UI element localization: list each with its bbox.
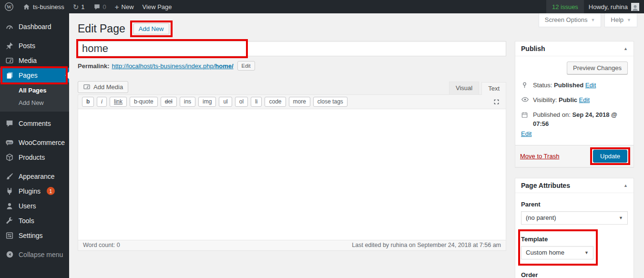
new-menu[interactable]: + New [111,0,138,13]
sidebar-item-products[interactable]: Products [0,150,69,165]
issues-indicator[interactable]: 12 issues [546,0,584,13]
quicktag-code-button[interactable]: code [265,97,286,107]
sidebar-item-tools[interactable]: Tools [0,213,69,228]
publish-panel-header[interactable]: Publish ▲ [515,41,634,56]
sidebar-item-label: Collapse menu [19,251,63,258]
quicktag-italic-button[interactable]: i [97,97,107,107]
preview-changes-button[interactable]: Preview Changes [567,62,628,74]
edit-visibility-link[interactable]: Edit [579,96,590,103]
submenu-item-label: All Pages [19,87,47,94]
sidebar-item-woocommerce[interactable]: Woo WooCommerce [0,135,69,150]
screen-meta-links: Screen Options ▼ Help ▼ [539,13,637,27]
editor-textarea[interactable] [78,109,506,240]
new-label: New [122,3,134,10]
comments-count: 0 [103,3,106,10]
site-name-menu[interactable]: ts-business [18,0,69,13]
parent-select[interactable]: (no parent) ▼ [521,211,628,225]
collapse-menu-button[interactable]: Collapse menu [0,247,69,262]
help-tab[interactable]: Help ▼ [604,13,637,27]
dashboard-icon [5,22,14,31]
cube-icon [5,153,14,162]
quicktag-ul-button[interactable]: ul [219,97,232,107]
sidebar-item-label: Dashboard [19,23,51,31]
sidebar-item-label: Posts [19,42,35,50]
add-media-button[interactable]: Add Media [78,81,128,93]
sidebar-item-comments[interactable]: Comments [0,116,69,131]
wrench-icon [5,216,14,225]
quicktag-li-button[interactable]: li [251,97,262,107]
comments-menu[interactable]: 0 [89,0,111,13]
sidebar-item-posts[interactable]: Posts [0,38,69,53]
page-title: Edit Page [78,22,125,36]
collapse-triangle-icon[interactable]: ▲ [624,46,628,51]
permalink-link[interactable]: http://localhost/ts-business/index.php/h… [112,62,233,70]
edit-status-link[interactable]: Edit [585,82,596,89]
edit-published-link[interactable]: Edit [521,130,532,137]
help-label: Help [611,16,624,23]
visibility-label: Visibility: [533,96,557,103]
edit-permalink-button[interactable]: Edit [237,61,255,71]
quicktag-del-button[interactable]: del [161,97,177,107]
wordpress-logo-menu[interactable]: W [0,0,18,13]
media-icon [5,56,14,65]
submenu-item-all-pages[interactable]: All Pages [0,84,69,96]
paintbrush-icon [5,172,14,181]
editor-mode-tabs: Visual Text [449,82,506,94]
quicktag-ol-button[interactable]: ol [235,97,248,107]
publish-title: Publish [521,45,545,52]
permalink-label: Permalink: [78,62,109,70]
sidebar-item-media[interactable]: Media [0,53,69,68]
issues-label: 12 issues [552,3,578,10]
view-page-menu[interactable]: View Page [138,0,176,13]
status-pin-icon [521,82,529,89]
svg-text:Woo: Woo [7,141,12,144]
sidebar-item-label: Media [19,57,37,64]
sidebar-item-settings[interactable]: Settings [0,228,69,243]
home-icon [22,3,31,11]
page-attributes-header[interactable]: Page Attributes ▲ [515,178,634,193]
media-icon [83,83,91,91]
submenu-item-add-new[interactable]: Add New [0,96,69,109]
chevron-down-icon: ▼ [591,18,595,22]
page-title-input[interactable] [78,41,506,56]
site-name-label: ts-business [33,3,64,10]
screen-options-tab[interactable]: Screen Options ▼ [539,13,602,27]
tab-visual[interactable]: Visual [449,82,479,94]
quicktag-link-button[interactable]: link [110,97,127,107]
update-button[interactable]: Update [593,150,627,163]
template-select[interactable]: Custom home ▼ [521,246,593,259]
tab-text[interactable]: Text [481,82,506,95]
sidebar-item-dashboard[interactable]: Dashboard [0,19,69,34]
wordpress-logo-icon: W [4,2,14,11]
last-edited: Last edited by ruhina on September 24, 2… [352,242,501,248]
updates-menu[interactable]: ↻ 1 [69,0,89,13]
admin-sidebar: Dashboard Posts Media Pages All Pages [0,13,69,278]
admin-bar: W ts-business ↻ 1 0 + New View Page [0,0,644,13]
sidebar-item-pages[interactable]: Pages [0,68,69,82]
sidebar-item-appearance[interactable]: Appearance [0,169,69,184]
permalink-slug: home/ [215,62,233,70]
sidebar-item-plugins[interactable]: Plugins 1 [0,184,69,198]
fullscreen-icon[interactable] [493,98,500,105]
user-icon [5,202,14,210]
quicktag-more-button[interactable]: more [289,97,310,107]
pages-submenu: All Pages Add New [0,82,69,112]
add-new-button[interactable]: Add New [133,23,169,34]
collapse-triangle-icon[interactable]: ▲ [624,183,628,188]
sidebar-item-label: Tools [19,217,34,225]
woocommerce-icon: Woo [5,138,14,147]
quicktag-ins-button[interactable]: ins [180,97,195,107]
quicktag-closetags-button[interactable]: close tags [313,97,348,107]
sidebar-item-users[interactable]: Users [0,198,69,213]
chevron-down-icon: ▼ [619,216,623,220]
quicktag-bold-button[interactable]: b [82,97,94,107]
visibility-row-text: Visibility: Public Edit [533,96,590,104]
move-to-trash-link[interactable]: Move to Trash [520,153,559,160]
sidebar-item-label: Comments [19,120,51,127]
quicktag-bquote-button[interactable]: b-quote [130,97,158,107]
plugins-update-badge: 1 [47,187,55,195]
comments-icon [5,119,14,128]
chevron-down-icon: ▼ [627,18,631,22]
account-menu[interactable]: Howdy, ruhina [584,3,644,11]
quicktag-img-button[interactable]: img [198,97,216,107]
